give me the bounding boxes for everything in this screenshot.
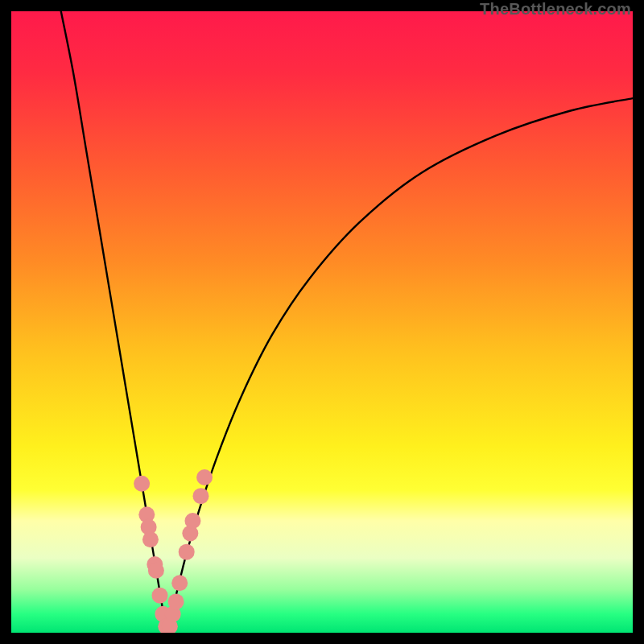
data-marker: [148, 563, 164, 579]
watermark-label: TheBottleneck.com: [478, 0, 633, 19]
data-marker: [152, 588, 168, 604]
data-marker: [134, 476, 150, 492]
data-marker: [179, 544, 195, 560]
bottleneck-chart: [11, 11, 633, 633]
gradient-background: [11, 11, 633, 633]
plot-area: [11, 11, 633, 633]
chart-frame: TheBottleneck.com: [0, 0, 644, 644]
data-marker: [184, 513, 200, 529]
data-marker: [196, 469, 213, 485]
data-marker: [142, 531, 159, 547]
data-marker: [192, 488, 208, 504]
data-marker: [171, 575, 188, 591]
data-marker: [168, 593, 184, 609]
